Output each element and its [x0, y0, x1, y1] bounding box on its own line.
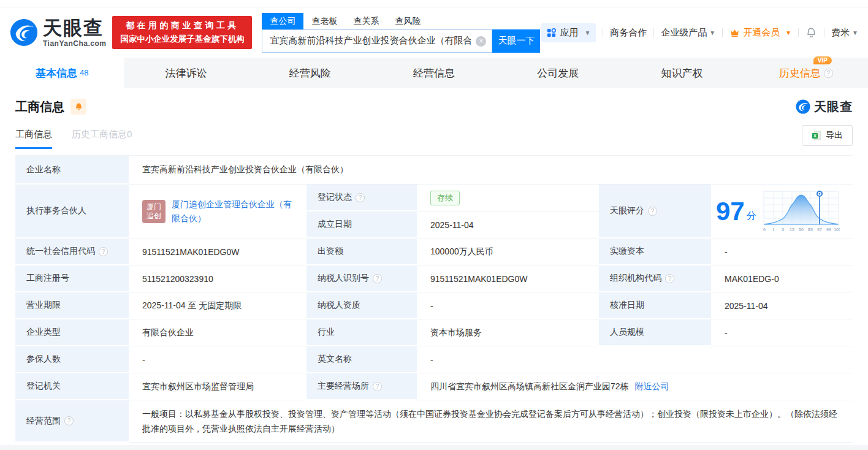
notification-bell-icon[interactable]: [805, 27, 817, 39]
partner-company-link[interactable]: 厦门追创企业管理合伙企业（有限合伙）: [172, 197, 298, 225]
field-label-capital: 出资额: [306, 238, 417, 265]
section-title: 工商信息: [15, 99, 64, 115]
search-input[interactable]: [262, 30, 492, 52]
business-address-text: 四川省宜宾市叙州区高场镇高新社区金润产业园72栋: [430, 381, 629, 392]
search-tab-relation[interactable]: 查关系: [345, 13, 387, 29]
promo-banner-line1: 都在用的商业查询工具: [126, 20, 239, 31]
search-tab-boss[interactable]: 查老板: [303, 13, 345, 29]
table-subrow: 登记状态 ? 存续: [306, 185, 599, 212]
search-tab-company[interactable]: 查公司: [262, 13, 303, 29]
score-unit: 分: [747, 211, 756, 221]
tab-company-development[interactable]: 公司发展: [496, 58, 620, 88]
watermark-logo-icon: [796, 99, 810, 114]
mid-subgrid: 登记状态 ? 存续 成立日期 2025-11-04: [306, 185, 599, 238]
nav-divider: [798, 28, 799, 37]
credit-code-label: 统一社会信用代码: [26, 246, 95, 257]
svg-text:15: 15: [790, 227, 794, 232]
chevron-down-icon: ▼: [785, 29, 791, 36]
help-icon[interactable]: ?: [356, 193, 365, 202]
field-value-credit-code: 91511521MAK01EDG0W: [129, 238, 306, 265]
svg-text:1: 1: [772, 227, 775, 232]
field-label-english-name: 英文名称: [306, 346, 417, 373]
chevron-down-icon: ▼: [584, 29, 590, 36]
help-icon[interactable]: ?: [665, 274, 674, 283]
field-label-org-code: 组织机构代码 ?: [599, 265, 711, 292]
help-icon[interactable]: ?: [648, 207, 657, 216]
svg-text:99: 99: [826, 227, 831, 232]
field-label-approval-date: 核准日期: [599, 292, 711, 319]
nav-open-vip[interactable]: 开通会员 ▼: [729, 27, 791, 39]
field-value-reg-status: 存续: [417, 185, 599, 212]
field-value-approval-date: 2025-11-04: [711, 292, 853, 319]
search-tab-risk[interactable]: 查风险: [387, 13, 428, 29]
nav-divider: [722, 28, 723, 37]
field-value-company-type: 有限合伙企业: [129, 319, 306, 346]
crown-icon: [729, 28, 740, 37]
taxpayer-id-label: 纳税人识别号: [318, 273, 369, 284]
subscribe-bell-icon[interactable]: [70, 99, 86, 115]
subtab-history-business-info[interactable]: 历史工商信息0: [72, 122, 132, 149]
tab-history-info[interactable]: 历史信息 VIP ?: [744, 58, 868, 88]
section-header: 工商信息 天眼查: [15, 96, 853, 117]
help-icon[interactable]: ?: [824, 69, 833, 78]
clear-search-icon[interactable]: ×: [476, 36, 486, 47]
org-code-label: 组织机构代码: [610, 273, 661, 284]
field-label-paid-capital: 实缴资本: [599, 238, 711, 265]
help-icon[interactable]: ?: [373, 274, 382, 283]
help-icon[interactable]: ?: [373, 382, 382, 391]
logo-domain: TianYanCha.com: [43, 40, 106, 47]
help-icon[interactable]: ?: [64, 416, 74, 425]
table-row: 企业名称 宜宾高新前沿科技产业创业投资合伙企业（有限合伙）: [15, 156, 853, 185]
field-value-reg-authority: 宜宾市叙州区市场监督管理局: [129, 373, 306, 400]
field-label-managing-partner: 执行事务合伙人: [15, 185, 129, 238]
nav-divider: [603, 28, 603, 37]
field-value-business-address: 四川省宜宾市叙州区高场镇高新社区金润产业园72栋 附近公司: [417, 373, 853, 400]
partner-avatar[interactable]: 厦门 追创: [142, 200, 166, 223]
tab-basic-info-count: 48: [80, 68, 88, 77]
field-label-reg-authority: 登记机关: [15, 373, 129, 400]
svg-text:X: X: [813, 133, 817, 139]
tianyan-score-label: 天眼评分: [610, 205, 644, 216]
tab-legal-proceedings[interactable]: 法律诉讼: [124, 58, 248, 88]
tab-intellectual-property[interactable]: 知识产权: [620, 58, 744, 88]
tianyancha-company-page: 天眼查 TianYanCha.com 都在用的商业查询工具 国家中小企业发展子基…: [0, 0, 868, 450]
apps-menu-label: 应用: [560, 27, 578, 39]
table-row: 营业期限 2025-11-04 至 无固定期限 纳税人资质 - 核准日期 202…: [15, 292, 853, 319]
tab-history-label: 历史信息: [779, 66, 821, 80]
svg-text:100: 100: [834, 227, 840, 232]
field-value-taxpayer-id: 91511521MAK01EDG0W: [417, 265, 599, 292]
chevron-down-icon: ▼: [709, 29, 715, 36]
status-badge: 存续: [430, 191, 460, 205]
table-row: 经营范围 ? 一般项目：以私募基金从事股权投资、投资管理、资产管理等活动（须在中…: [15, 400, 853, 443]
table-row: 登记机关 宜宾市叙州区市场监督管理局 主要经营场所 ? 四川省宜宾市叙州区高场镇…: [15, 373, 853, 400]
apps-menu[interactable]: 应用 ▼: [541, 23, 596, 42]
nav-cooperation[interactable]: 商务合作: [610, 27, 647, 39]
field-label-business-term: 营业期限: [15, 292, 129, 319]
field-value-staff-size: -: [711, 319, 853, 346]
business-address-label: 主要经营场所: [318, 381, 369, 392]
help-icon[interactable]: ?: [99, 247, 108, 256]
subtab-business-info[interactable]: 工商信息: [15, 122, 52, 149]
svg-text:85: 85: [808, 227, 813, 232]
export-button[interactable]: X 导出: [802, 125, 853, 146]
tianyancha-logo[interactable]: 天眼查 TianYanCha.com: [10, 18, 106, 47]
user-menu[interactable]: 费米 ▼: [831, 27, 858, 39]
business-info-table: 企业名称 宜宾高新前沿科技产业创业投资合伙企业（有限合伙） 执行事务合伙人 厦门…: [15, 155, 853, 443]
field-value-english-name: -: [417, 346, 853, 373]
search-button[interactable]: 天眼一下: [492, 29, 540, 53]
partner-avatar-line2: 追创: [147, 212, 161, 221]
tab-operating-risk[interactable]: 经营风险: [248, 58, 372, 88]
nav-enterprise-products[interactable]: 企业级产品 ▼: [661, 27, 715, 39]
promo-banner: 都在用的商业查询工具 国家中小企业发展子基金旗下机构: [112, 16, 252, 49]
logo-brand-cn: 天眼查: [43, 18, 106, 37]
tab-operating-info[interactable]: 经营信息: [372, 58, 496, 88]
nearby-companies-link[interactable]: 附近公司: [635, 381, 669, 392]
field-value-capital: 100000万人民币: [417, 238, 599, 265]
watermark-logo: 天眼查: [796, 99, 853, 115]
tab-ip-label: 知识产权: [661, 66, 703, 80]
tab-basic-info[interactable]: 基本信息 48: [0, 58, 124, 88]
tab-development-label: 公司发展: [537, 66, 579, 80]
chevron-down-icon: ▼: [852, 29, 858, 36]
score-value: 97 分: [716, 199, 756, 224]
score-distribution-chart[interactable]: 0 1 3 15 50 85 97 99 100: [763, 189, 840, 234]
